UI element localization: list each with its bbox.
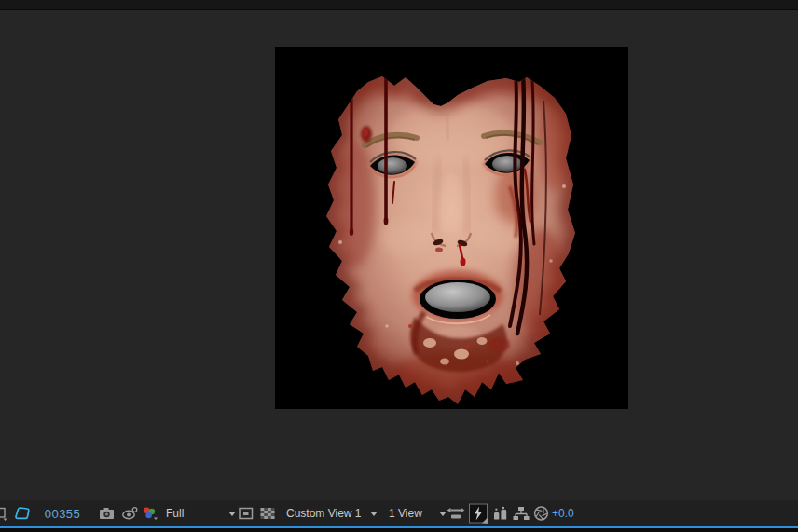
composition-artwork-bloody-face-mask — [275, 47, 628, 409]
chevron-down-icon — [439, 512, 447, 516]
region-of-interest-button[interactable] — [239, 507, 254, 520]
chevron-down-icon — [482, 518, 488, 524]
timecode-value: 00355 — [45, 507, 81, 521]
timeline-button[interactable] — [492, 507, 509, 521]
color-channels-icon — [142, 506, 159, 521]
grid-options-icon — [0, 506, 8, 521]
exposure-value: +0.0 — [552, 507, 574, 520]
transparency-grid-icon — [260, 508, 275, 520]
3d-view-popup[interactable]: Custom View 1 — [286, 507, 378, 520]
region-of-interest-icon — [239, 507, 254, 520]
view-layout-popup[interactable]: 1 View — [389, 507, 447, 520]
reset-exposure-button[interactable] — [533, 506, 549, 522]
view-layout-label: 1 View — [389, 507, 422, 520]
resolution-dropdown[interactable]: Full — [166, 507, 231, 520]
composition-frame[interactable] — [275, 47, 628, 409]
chevron-down-icon — [370, 512, 378, 516]
grid-options-button[interactable] — [0, 506, 8, 521]
viewer-toolbar: 00355 Ful — [0, 500, 798, 526]
adjust-exposure-field[interactable]: +0.0 — [552, 507, 574, 520]
window-top-strip — [0, 0, 798, 10]
show-snapshot-icon — [121, 507, 139, 521]
snapshot-camera-icon — [99, 507, 116, 520]
current-time-display[interactable]: 00355 — [43, 507, 82, 521]
flowchart-icon — [513, 507, 530, 521]
3d-view-label: Custom View 1 — [286, 507, 361, 520]
resolution-label: Full — [166, 507, 184, 520]
window-bottom-strip — [0, 528, 798, 532]
reset-exposure-aperture-icon — [533, 506, 549, 522]
timeline-icon — [492, 507, 509, 521]
pixel-aspect-icon — [447, 507, 465, 521]
chevron-down-icon — [228, 512, 236, 516]
take-snapshot-button[interactable] — [99, 507, 116, 520]
mask-visibility-icon — [13, 506, 33, 522]
transparency-grid-toggle[interactable] — [260, 508, 275, 520]
fast-previews-frame — [469, 504, 488, 524]
channels-settings-button[interactable] — [142, 506, 159, 521]
pixel-aspect-correction-toggle[interactable] — [447, 507, 465, 521]
fast-previews-button[interactable] — [469, 504, 488, 524]
comp-flowchart-button[interactable] — [513, 507, 530, 521]
mask-visibility-toggle[interactable] — [13, 506, 33, 522]
after-effects-window: 00355 Ful — [0, 0, 798, 532]
composition-panel — [0, 11, 798, 500]
show-snapshot-button[interactable] — [121, 507, 139, 521]
